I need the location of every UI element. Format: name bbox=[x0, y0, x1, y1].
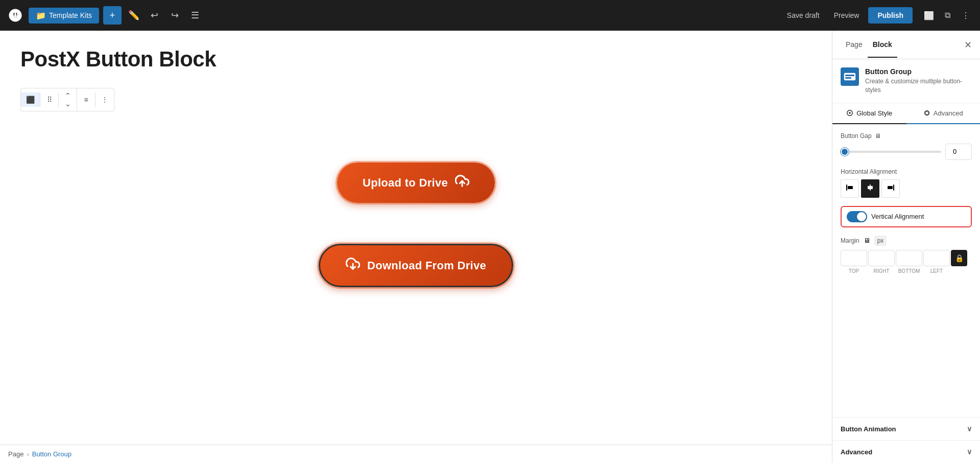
folder-icon: 📁 bbox=[36, 11, 46, 20]
add-block-button[interactable]: + bbox=[103, 6, 122, 25]
breadcrumb-home[interactable]: Page bbox=[8, 450, 23, 458]
download-label: Download From Drive bbox=[367, 259, 486, 272]
align-center-icon bbox=[866, 183, 874, 193]
svg-rect-10 bbox=[848, 186, 853, 189]
block-toolbar-item-drag[interactable]: ⠿ bbox=[40, 92, 59, 107]
margin-lock-button[interactable]: 🔒 bbox=[951, 250, 967, 266]
margin-left-input[interactable] bbox=[923, 250, 950, 266]
align-right-icon bbox=[887, 183, 895, 193]
view-toggle-button[interactable]: ⬜ bbox=[921, 7, 937, 24]
lock-icon: 🔒 bbox=[955, 254, 964, 262]
block-text-info: Button Group Create & customize multiple… bbox=[865, 67, 972, 95]
tab-block[interactable]: Block bbox=[868, 32, 897, 58]
upload-label: Upload to Drive bbox=[363, 176, 448, 190]
block-toolbar: ⬛ ⠿ ⌃⌄ ≡ ⋮ bbox=[20, 88, 114, 111]
vertical-alignment-toggle[interactable] bbox=[847, 211, 867, 222]
advanced-section-header[interactable]: Advanced ∨ bbox=[832, 441, 980, 463]
wp-logo: W bbox=[6, 6, 25, 25]
cloud-download-icon bbox=[346, 257, 360, 274]
gear-icon bbox=[923, 109, 930, 117]
breadcrumb-chevron: › bbox=[27, 450, 29, 458]
more-options-button[interactable]: ⋮ bbox=[958, 7, 974, 24]
align-right-button[interactable] bbox=[881, 179, 900, 198]
preview-button[interactable]: Preview bbox=[829, 8, 865, 22]
margin-unit: px bbox=[874, 236, 887, 246]
global-style-tab[interactable]: Global Style bbox=[832, 103, 906, 124]
button-gap-input[interactable] bbox=[945, 144, 972, 160]
palette-icon bbox=[846, 109, 853, 117]
upload-to-drive-button[interactable]: Upload to Drive bbox=[337, 163, 495, 203]
preview-label: Preview bbox=[834, 11, 859, 19]
block-title: Button Group bbox=[865, 67, 972, 76]
block-toolbar-item-block[interactable]: ⬛ bbox=[21, 92, 40, 107]
site-view-button[interactable]: ⧉ bbox=[939, 7, 955, 24]
arrows-icon: ⌃⌄ bbox=[65, 91, 71, 108]
redo-button[interactable]: ↪ bbox=[166, 7, 183, 24]
cloud-upload-icon bbox=[455, 174, 469, 192]
advanced-section: Advanced ∨ bbox=[832, 440, 980, 463]
panel-close-button[interactable]: ✕ bbox=[964, 39, 972, 51]
margin-bottom-label: BOTTOM bbox=[896, 268, 922, 274]
margin-labels-row: TOP RIGHT BOTTOM LEFT bbox=[841, 268, 972, 274]
undo-button[interactable]: ↩ bbox=[146, 7, 162, 24]
toolbar-end-icons: ⬜ ⧉ ⋮ bbox=[921, 7, 974, 24]
close-icon: ✕ bbox=[964, 40, 972, 50]
slider-track[interactable] bbox=[841, 151, 941, 153]
margin-row: Margin 🖥 px bbox=[841, 236, 972, 246]
button-gap-label: Button Gap 🖥 bbox=[841, 132, 972, 140]
editor-content: PostX Button Block ⬛ ⠿ ⌃⌄ ≡ ⋮ bbox=[0, 31, 832, 445]
site-icon: ⧉ bbox=[945, 11, 950, 20]
margin-bottom-input[interactable] bbox=[896, 250, 922, 266]
block-toolbar-item-arrows[interactable]: ⌃⌄ bbox=[59, 88, 77, 111]
save-draft-button[interactable]: Save draft bbox=[782, 8, 825, 22]
toggle-knob bbox=[857, 212, 866, 221]
margin-left-label: LEFT bbox=[923, 268, 950, 274]
monitor-icon: 🖥 bbox=[875, 132, 881, 140]
publish-label: Publish bbox=[877, 11, 903, 19]
main-toolbar: W 📁 Template Kits + ✏️ ↩ ↪ ☰ Save draft … bbox=[0, 0, 980, 31]
horizontal-alignment-row bbox=[841, 179, 972, 198]
advanced-tab-label: Advanced bbox=[934, 109, 963, 117]
panel-top-tabs: Page Block ✕ bbox=[832, 31, 980, 59]
save-draft-label: Save draft bbox=[787, 11, 820, 19]
margin-top-label: TOP bbox=[841, 268, 867, 274]
vertical-alignment-row: Vertical Alignment bbox=[841, 206, 972, 227]
margin-top-input[interactable] bbox=[841, 250, 867, 266]
page-title: PostX Button Block bbox=[20, 47, 811, 72]
download-from-drive-button[interactable]: Download From Drive bbox=[319, 244, 513, 287]
list-view-button[interactable]: ☰ bbox=[187, 7, 203, 24]
block-icon: ⬛ bbox=[26, 96, 35, 104]
tools-button[interactable]: ✏️ bbox=[126, 7, 142, 24]
drag-icon: ⠿ bbox=[47, 96, 52, 104]
publish-button[interactable]: Publish bbox=[868, 7, 913, 24]
margin-inputs-row: 🔒 bbox=[841, 250, 972, 266]
monitor-margin-icon: 🖥 bbox=[864, 237, 870, 244]
button-animation-header[interactable]: Button Animation ∨ bbox=[832, 418, 980, 440]
block-toolbar-item-more[interactable]: ⋮ bbox=[95, 92, 114, 107]
undo-icon: ↩ bbox=[151, 10, 158, 21]
template-kits-label: Template Kits bbox=[49, 11, 92, 19]
align-left-icon bbox=[846, 183, 854, 193]
pencil-icon: ✏️ bbox=[128, 10, 139, 21]
margin-right-label: RIGHT bbox=[868, 268, 895, 274]
svg-rect-14 bbox=[888, 186, 893, 189]
block-description: Create & customize multiple button-style… bbox=[865, 77, 972, 95]
align-center-button[interactable] bbox=[861, 179, 879, 198]
margin-right-input[interactable] bbox=[868, 250, 895, 266]
template-kits-button[interactable]: 📁 Template Kits bbox=[29, 8, 99, 24]
main-layout: PostX Button Block ⬛ ⠿ ⌃⌄ ≡ ⋮ bbox=[0, 31, 980, 463]
block-toolbar-item-align[interactable]: ≡ bbox=[77, 92, 95, 107]
align-left-button[interactable] bbox=[841, 179, 859, 198]
buttons-container: Upload to Drive bbox=[20, 132, 811, 318]
desktop-icon: ⬜ bbox=[924, 11, 934, 20]
slider-thumb[interactable] bbox=[841, 148, 849, 156]
tab-page[interactable]: Page bbox=[841, 32, 868, 58]
panel-section-tabs: Global Style Advanced bbox=[832, 103, 980, 124]
svg-point-8 bbox=[849, 112, 851, 114]
svg-rect-4 bbox=[844, 73, 855, 80]
panel-main-content: Button Gap 🖥 Horizontal Alignment bbox=[832, 124, 980, 417]
editor-area: PostX Button Block ⬛ ⠿ ⌃⌄ ≡ ⋮ bbox=[0, 31, 832, 463]
list-icon: ☰ bbox=[191, 10, 199, 21]
advanced-tab[interactable]: Advanced bbox=[906, 103, 981, 124]
svg-text:W: W bbox=[12, 11, 19, 19]
